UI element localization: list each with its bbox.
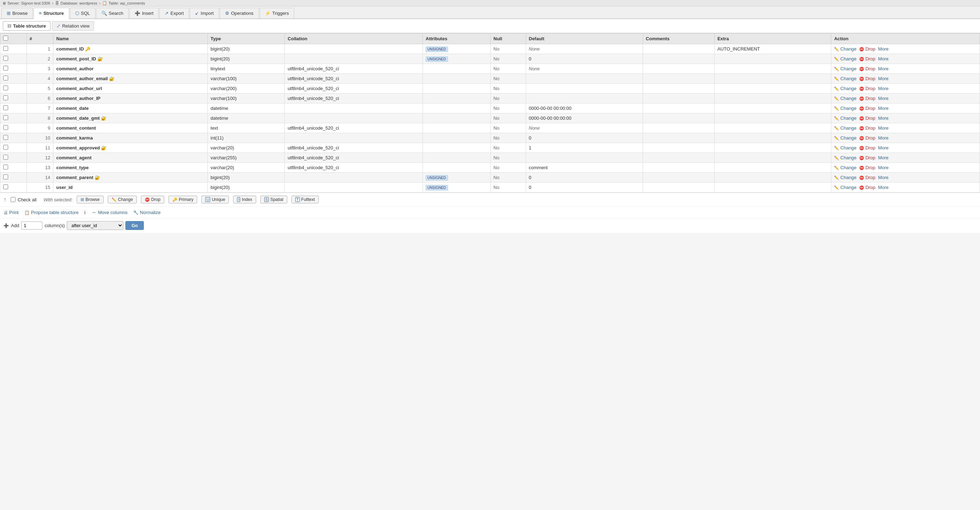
add-count-input[interactable]	[21, 221, 42, 230]
drop-link[interactable]: Drop	[865, 66, 875, 71]
more-link[interactable]: More	[878, 56, 888, 62]
change-link[interactable]: Change	[840, 165, 857, 170]
drop-link[interactable]: Drop	[865, 96, 875, 101]
more-link[interactable]: More	[878, 145, 888, 151]
change-link[interactable]: Change	[840, 56, 857, 62]
change-link[interactable]: Change	[840, 86, 857, 91]
more-link[interactable]: More	[878, 185, 888, 190]
change-link[interactable]: Change	[840, 66, 857, 71]
drop-selected-button[interactable]: Drop	[141, 195, 164, 203]
field-type: varchar(20)	[208, 143, 285, 153]
more-link[interactable]: More	[878, 106, 888, 111]
tab-search[interactable]: Search	[96, 8, 129, 18]
more-link[interactable]: More	[878, 155, 888, 160]
check-all-bottom-checkbox[interactable]	[11, 197, 16, 202]
drop-link[interactable]: Drop	[865, 135, 875, 141]
normalize-link[interactable]: Normalize	[133, 210, 161, 215]
more-link[interactable]: More	[878, 116, 888, 121]
row-checkbox[interactable]	[3, 46, 8, 51]
drop-link[interactable]: Drop	[865, 145, 875, 151]
row-checkbox[interactable]	[3, 66, 8, 71]
change-link[interactable]: Change	[840, 185, 857, 190]
row-checkbox[interactable]	[3, 115, 8, 120]
more-link[interactable]: More	[878, 76, 888, 81]
field-collation	[285, 183, 423, 192]
tab-export[interactable]: Export	[159, 8, 189, 18]
sub-tab-table-structure[interactable]: Table structure	[3, 21, 51, 31]
field-null: No	[490, 113, 526, 123]
drop-link[interactable]: Drop	[865, 46, 875, 52]
drop-link[interactable]: Drop	[865, 175, 875, 180]
tab-sql[interactable]: SQL	[70, 8, 95, 18]
change-link[interactable]: Change	[840, 155, 857, 160]
print-link[interactable]: Print	[3, 210, 19, 215]
unique-button[interactable]: Unique	[201, 195, 229, 203]
sub-tab-relation-view[interactable]: Relation view	[52, 21, 94, 31]
spatial-button[interactable]: Spatial	[260, 195, 287, 203]
row-checkbox[interactable]	[3, 105, 8, 110]
field-collation: utf8mb4_unicode_520_ci	[285, 94, 423, 103]
row-checkbox[interactable]	[3, 155, 8, 160]
change-selected-button[interactable]: Change	[108, 195, 137, 203]
go-button[interactable]: Go	[126, 221, 144, 230]
more-link[interactable]: More	[878, 86, 888, 91]
row-checkbox[interactable]	[3, 145, 8, 150]
row-checkbox[interactable]	[3, 95, 8, 100]
change-link[interactable]: Change	[840, 46, 857, 52]
check-all-label[interactable]: Check all	[18, 197, 37, 202]
select-all-checkbox[interactable]	[3, 36, 8, 41]
move-columns-link[interactable]: Move columns	[92, 210, 127, 215]
row-checkbox[interactable]	[3, 135, 8, 140]
drop-link[interactable]: Drop	[865, 56, 875, 62]
breadcrumb-table-text[interactable]: Table: wp_comments	[108, 1, 145, 5]
row-checkbox[interactable]	[3, 125, 8, 130]
change-link[interactable]: Change	[840, 175, 857, 180]
drop-link[interactable]: Drop	[865, 86, 875, 91]
field-extra: AUTO_INCREMENT	[714, 44, 831, 54]
tab-structure[interactable]: Structure	[33, 8, 69, 19]
more-link[interactable]: More	[878, 46, 888, 52]
field-extra	[714, 143, 831, 153]
change-link[interactable]: Change	[840, 116, 857, 121]
row-checkbox[interactable]	[3, 165, 8, 170]
row-checkbox[interactable]	[3, 184, 8, 189]
drop-link[interactable]: Drop	[865, 185, 875, 190]
more-link[interactable]: More	[878, 96, 888, 101]
more-link[interactable]: More	[878, 175, 888, 180]
add-position-select[interactable]: after user_id before comment_ID at begin…	[67, 221, 123, 230]
row-checkbox[interactable]	[3, 56, 8, 61]
index-button[interactable]: Index	[233, 195, 256, 203]
field-comments	[643, 143, 715, 153]
change-link[interactable]: Change	[840, 96, 857, 101]
tab-triggers[interactable]: Triggers	[260, 8, 294, 18]
tab-operations[interactable]: Operations	[220, 8, 259, 18]
browse-selected-button[interactable]: Browse	[77, 195, 103, 203]
field-action: Change Drop More	[831, 54, 980, 64]
more-link[interactable]: More	[878, 126, 888, 131]
change-link[interactable]: Change	[840, 106, 857, 111]
change-link[interactable]: Change	[840, 145, 857, 151]
drop-link[interactable]: Drop	[865, 76, 875, 81]
drop-link[interactable]: Drop	[865, 126, 875, 131]
more-link[interactable]: More	[878, 165, 888, 170]
primary-button[interactable]: Primary	[169, 195, 197, 203]
tab-insert[interactable]: Insert	[129, 8, 159, 18]
change-link[interactable]: Change	[840, 135, 857, 141]
row-checkbox[interactable]	[3, 175, 8, 180]
fulltext-button[interactable]: Fulltext	[291, 195, 319, 203]
breadcrumb-server-text[interactable]: Server: Signon test:3306	[8, 1, 50, 5]
row-checkbox[interactable]	[3, 76, 8, 81]
change-link[interactable]: Change	[840, 76, 857, 81]
drop-link[interactable]: Drop	[865, 116, 875, 121]
more-link[interactable]: More	[878, 135, 888, 141]
change-link[interactable]: Change	[840, 126, 857, 131]
breadcrumb-database-text[interactable]: Database: wordpress	[60, 1, 97, 5]
row-checkbox[interactable]	[3, 86, 8, 91]
more-link[interactable]: More	[878, 66, 888, 71]
drop-link[interactable]: Drop	[865, 165, 875, 170]
drop-link[interactable]: Drop	[865, 106, 875, 111]
propose-link[interactable]: Propose table structure	[24, 210, 78, 215]
tab-browse[interactable]: Browse	[2, 8, 33, 18]
drop-link[interactable]: Drop	[865, 155, 875, 160]
tab-import[interactable]: Import	[190, 8, 219, 18]
